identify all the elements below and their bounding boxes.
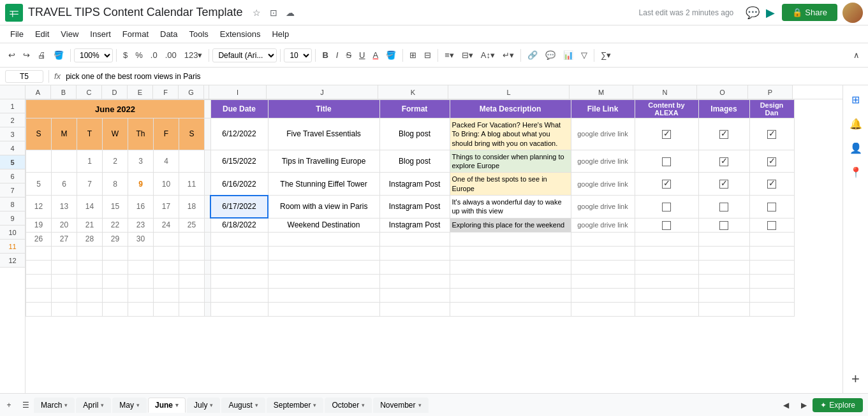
empty-11-p[interactable] [749,288,794,302]
formula-input[interactable] [63,71,863,82]
due-date-row6[interactable]: 6/18/2022 [210,218,268,232]
cb-alexa-row4[interactable] [635,173,698,196]
folder-icon[interactable]: ⊡ [267,6,280,19]
paint-format-button[interactable]: 🪣 [50,48,67,62]
empty-9-f[interactable] [154,260,179,274]
sidebar-contact-icon[interactable]: 👤 [846,138,866,158]
title-row4[interactable]: The Stunning Eiffel Tower [268,173,379,196]
meta-row6[interactable]: Exploring this place for the weekend [450,218,571,232]
empty-8-j[interactable] [268,246,379,260]
empty-11-k[interactable] [379,288,450,302]
filelink-row6[interactable]: google drive link [571,218,635,232]
empty-8-i[interactable] [210,246,268,260]
menu-extensions[interactable]: Extensions [215,28,266,40]
checkbox-dan-row5[interactable] [767,203,776,212]
empty-11-j[interactable] [268,288,379,302]
empty-11-c[interactable] [77,288,103,302]
empty-8-g[interactable] [179,246,205,260]
empty-8-c[interactable] [77,246,103,260]
row-num-6[interactable]: 6 [0,169,25,183]
cb-images-row6[interactable] [698,218,749,232]
empty-12-d[interactable] [103,302,128,316]
col-header-o[interactable]: O [697,85,748,99]
row-num-11[interactable]: 11 [0,240,25,254]
filelink-row4[interactable]: google drive link [571,173,635,196]
cb-images-row2[interactable] [698,118,749,150]
cb-alexa-row3[interactable] [635,150,698,173]
empty-11-g[interactable] [179,288,205,302]
empty-9-a[interactable] [26,260,52,274]
checkbox-dan-row3[interactable] [767,157,776,166]
row-num-8[interactable]: 8 [0,197,25,212]
chart-button[interactable]: 📊 [560,48,577,62]
empty-11-l[interactable] [450,288,571,302]
empty-9-n[interactable] [635,260,698,274]
empty-10-n[interactable] [635,274,698,288]
checkbox-alexa-row2[interactable] [662,130,671,139]
empty-12-e[interactable] [128,302,154,316]
empty-10-f[interactable] [154,274,179,288]
cloud-icon[interactable]: ☁ [284,6,297,19]
menu-file[interactable]: File [5,28,29,40]
empty-row7-o[interactable] [698,232,749,246]
col-header-h[interactable] [204,85,209,99]
checkbox-images-row3[interactable] [719,157,728,166]
title-row3[interactable]: Tips in Travelling Europe [268,150,379,173]
empty-8-o[interactable] [698,246,749,260]
comments-icon[interactable]: 💬 [746,6,759,19]
due-date-row2[interactable]: 6/12/2022 [210,118,268,150]
comment-button[interactable]: 💬 [542,48,559,62]
empty-11-n[interactable] [635,288,698,302]
empty-12-l[interactable] [450,302,571,316]
borders-button[interactable]: ⊞ [406,48,420,62]
filelink-row2[interactable]: google drive link [571,118,635,150]
row-num-2[interactable]: 2 [0,113,25,127]
row-num-12[interactable]: 12 [0,254,25,268]
empty-10-c[interactable] [77,274,103,288]
empty-12-i[interactable] [210,302,268,316]
empty-12-f[interactable] [154,302,179,316]
empty-10-m[interactable] [571,274,635,288]
avatar[interactable] [842,3,863,23]
cb-alexa-row2[interactable] [635,118,698,150]
empty-11-m[interactable] [571,288,635,302]
empty-11-o[interactable] [698,288,749,302]
checkbox-images-row4[interactable] [719,180,728,189]
empty-10-p[interactable] [749,274,794,288]
cb-alexa-row5[interactable] [635,196,698,219]
format-row3[interactable]: Blog post [379,150,450,173]
checkbox-images-row2[interactable] [719,130,728,139]
empty-9-p[interactable] [749,260,794,274]
tab-prev-button[interactable]: ◀ [777,396,795,414]
cb-dan-row5[interactable] [749,196,794,219]
empty-12-c[interactable] [77,302,103,316]
empty-9-l[interactable] [450,260,571,274]
row-num-1[interactable]: 1 [0,99,25,113]
underline-button[interactable]: U [356,48,368,62]
share-button[interactable]: 🔒 Share [782,4,837,21]
undo-button[interactable]: ↩ [5,48,18,62]
add-sheet-button[interactable]: + [0,396,18,414]
empty-11-i[interactable] [210,288,268,302]
meta-row5[interactable]: It's always a wonderful day to wake up w… [450,196,571,219]
checkbox-alexa-row3[interactable] [662,157,671,166]
menu-tools[interactable]: Tools [184,28,213,40]
empty-9-b[interactable] [52,260,77,274]
tab-july[interactable]: July ▾ [187,398,220,413]
empty-9-d[interactable] [103,260,128,274]
row-num-5[interactable]: 5 [0,155,25,169]
cb-dan-row4[interactable] [749,173,794,196]
sidebar-maps-icon[interactable]: 📍 [846,162,866,182]
row-num-3[interactable]: 3 [0,127,25,141]
empty-11-d[interactable] [103,288,128,302]
empty-8-b[interactable] [52,246,77,260]
tab-next-button[interactable]: ▶ [795,396,813,414]
empty-12-g[interactable] [179,302,205,316]
functions-button[interactable]: ∑▾ [598,48,614,62]
checkbox-dan-row6[interactable] [767,221,776,230]
empty-row7-l[interactable] [450,232,571,246]
empty-12-p[interactable] [749,302,794,316]
text-color-button[interactable]: A [370,48,382,62]
due-date-row4[interactable]: 6/16/2022 [210,173,268,196]
sheet-menu-button[interactable]: ☰ [18,396,33,414]
